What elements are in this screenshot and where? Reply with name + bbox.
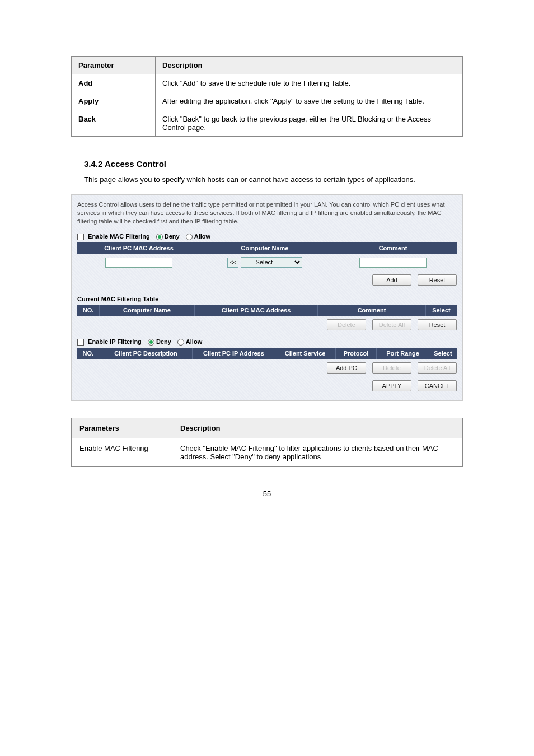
row-back-p: Back: [72, 110, 156, 137]
apply-cancel-row: APPLY CANCEL: [77, 377, 457, 395]
previous-page-table: ParameterDescription AddClick "Add" to s…: [71, 56, 463, 137]
col-comment: Comment: [329, 242, 457, 254]
mac-add-row: Add Reset: [77, 271, 457, 289]
computer-name-select[interactable]: ------Select------: [241, 257, 302, 268]
mac-input-header: Client PC MAC Address Computer Name Comm…: [77, 242, 457, 254]
ip-hdr-sel: Select: [429, 348, 457, 359]
intro-text: Access Control allows users to define th…: [77, 200, 457, 226]
mac-address-input[interactable]: [105, 258, 172, 268]
row-add-p: Add: [72, 74, 156, 92]
mac-deny-radio[interactable]: [156, 234, 163, 240]
param-table-2: ParametersDescription Enable MAC Filteri…: [71, 418, 463, 467]
hdr-cname: Computer Name: [100, 305, 195, 316]
ip-table-buttons: Add PC Delete Delete All: [77, 359, 457, 377]
col-name: Computer Name: [200, 242, 329, 254]
enable-mac-label: Enable MAC Filtering: [88, 233, 150, 240]
ip-filter-toggle-row: Enable IP Filtering Deny Allow: [77, 338, 457, 346]
mac-allow-label: Allow: [194, 233, 210, 240]
ip-deny-label: Deny: [156, 338, 171, 345]
mac-comment-input[interactable]: [359, 258, 427, 268]
ip-hdr-no: NO.: [77, 348, 99, 359]
t2-hdr-p: Parameters: [72, 418, 172, 438]
apply-button[interactable]: APPLY: [372, 380, 411, 391]
row-apply-p: Apply: [72, 92, 156, 110]
ip-hdr-range: Port Range: [377, 348, 429, 359]
delete-all-button-1[interactable]: Delete All: [372, 319, 411, 330]
mac-filter-toggle-row: Enable MAC Filtering Deny Allow: [77, 233, 457, 240]
enable-ip-label: Enable IP Filtering: [88, 338, 142, 345]
ip-hdr-ip: Client PC IP Address: [193, 348, 275, 359]
access-control-panel: Access Control allows users to define th…: [71, 194, 463, 402]
t2-hdr-d: Description: [172, 418, 463, 438]
ip-deny-radio[interactable]: [148, 339, 154, 346]
hdr-cmac: Client PC MAC Address: [195, 305, 318, 316]
delete-button-1[interactable]: Delete: [327, 319, 366, 330]
enable-ip-checkbox[interactable]: [77, 339, 84, 346]
mac-table-header: NO. Computer Name Client PC MAC Address …: [77, 305, 457, 316]
t2-row-d: Check "Enable MAC Filtering" to filter a…: [172, 438, 463, 467]
section-title: 3.4.2 Access Control: [84, 159, 523, 169]
t2-row-p: Enable MAC Filtering: [72, 438, 172, 467]
add-pc-button[interactable]: Add PC: [327, 362, 366, 374]
reset-button-2[interactable]: Reset: [418, 319, 457, 330]
reset-button-1[interactable]: Reset: [418, 274, 457, 286]
row-add-d: Click "Add" to save the schedule rule to…: [156, 74, 463, 92]
mac-allow-radio[interactable]: [186, 234, 193, 240]
enable-mac-checkbox[interactable]: [77, 234, 84, 240]
ip-table-header: NO. Client PC Description Client PC IP A…: [77, 348, 457, 359]
delete-button-2[interactable]: Delete: [372, 362, 411, 374]
mac-table-buttons: Delete Delete All Reset: [77, 316, 457, 334]
hdr-no: NO.: [77, 305, 100, 316]
mac-input-row: << ------Select------: [77, 254, 457, 272]
section-desc: This page allows you to specify which ho…: [84, 174, 476, 185]
hdr-comm: Comment: [318, 305, 426, 316]
ip-hdr-svc: Client Service: [275, 348, 336, 359]
ip-allow-label: Allow: [186, 338, 202, 345]
row-apply-d: After editing the application, click "Ap…: [156, 92, 463, 110]
current-mac-title: Current MAC Filtering Table: [77, 296, 457, 302]
mac-deny-label: Deny: [165, 233, 180, 240]
cancel-button[interactable]: CANCEL: [418, 380, 457, 391]
row-back-d: Click "Back" to go back to the previous …: [156, 110, 463, 137]
ip-hdr-desc: Client PC Description: [99, 348, 193, 359]
mac-back-button[interactable]: <<: [227, 258, 238, 268]
hdr-param: Parameter: [72, 57, 156, 74]
page-number: 55: [11, 489, 523, 498]
col-mac: Client PC MAC Address: [77, 242, 200, 254]
add-button[interactable]: Add: [372, 274, 411, 286]
hdr-sel: Select: [426, 305, 457, 316]
ip-hdr-proto: Protocol: [336, 348, 377, 359]
delete-all-button-2[interactable]: Delete All: [418, 362, 457, 374]
hdr-desc: Description: [156, 57, 463, 74]
ip-allow-radio[interactable]: [177, 339, 184, 346]
